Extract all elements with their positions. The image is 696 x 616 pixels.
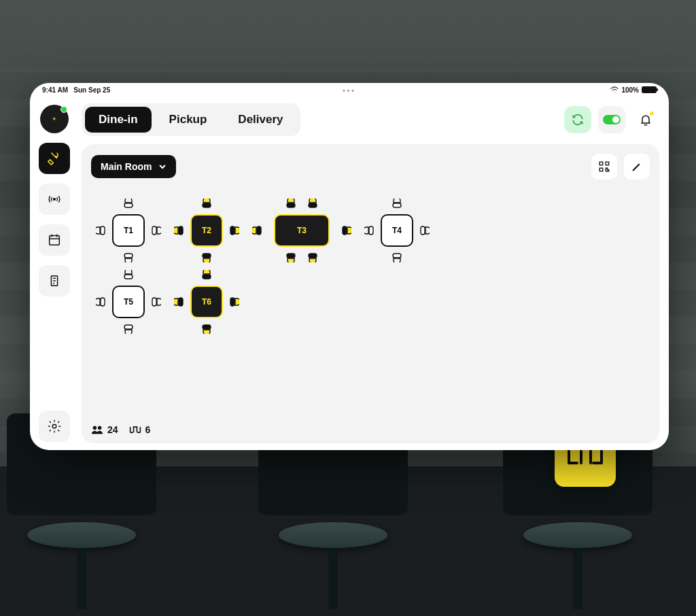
gear-icon <box>47 419 62 434</box>
table-slot-t5: T5 <box>91 264 166 339</box>
chair-icon <box>252 224 263 237</box>
svg-rect-22 <box>393 254 401 258</box>
chair-icon <box>419 224 430 237</box>
battery-icon <box>642 86 657 93</box>
chair-icon <box>307 199 319 209</box>
svg-rect-14 <box>230 226 234 235</box>
chair-icon <box>122 199 135 209</box>
svg-rect-17 <box>257 226 261 235</box>
notification-dot-icon <box>650 112 654 116</box>
drag-handle-icon: ••• <box>343 87 356 95</box>
sidebar: ✦ <box>30 97 79 450</box>
chair-icon <box>285 199 297 209</box>
calendar-icon <box>47 233 62 247</box>
table-slot-t3: T3 <box>247 193 356 268</box>
chair-icon <box>150 296 161 308</box>
table-slot-t6: T6 <box>169 264 244 339</box>
floor-toolbar: Main Room <box>91 154 650 179</box>
chair-icon <box>150 224 161 237</box>
svg-rect-24 <box>421 226 425 235</box>
svg-point-33 <box>93 426 97 430</box>
tab-dine-in[interactable]: Dine-in <box>85 107 152 133</box>
guest-count-value: 24 <box>107 424 118 435</box>
order-type-tabs: Dine-in Pickup Delivery <box>82 103 300 136</box>
table-t6[interactable]: T6 <box>190 286 223 318</box>
nav-receipts[interactable] <box>39 265 70 296</box>
svg-rect-21 <box>393 203 401 207</box>
background-counter <box>0 466 696 616</box>
nav-live[interactable] <box>39 184 70 215</box>
svg-rect-5 <box>606 162 609 165</box>
availability-toggle[interactable] <box>598 106 625 133</box>
main-panel: Dine-in Pickup Delivery <box>79 97 669 450</box>
chair-icon <box>391 199 403 209</box>
svg-rect-7 <box>124 203 133 207</box>
chair-icon <box>201 323 213 334</box>
table-slot-t4: T4 <box>360 193 434 268</box>
table-t3[interactable]: T3 <box>274 214 330 247</box>
chair-icon <box>201 199 213 209</box>
tab-delivery[interactable]: Delivery <box>224 107 296 133</box>
svg-rect-10 <box>152 226 156 235</box>
room-selector[interactable]: Main Room <box>91 155 176 178</box>
signal-icon <box>47 192 62 207</box>
chair-icon <box>96 224 107 237</box>
chevron-down-icon <box>158 162 167 171</box>
notifications-button[interactable] <box>632 106 659 133</box>
svg-rect-13 <box>179 226 183 235</box>
floor-plan: Main Room T1T2 T3T4T5T6 <box>82 144 659 443</box>
chair-icon <box>285 252 297 262</box>
svg-rect-31 <box>179 298 183 306</box>
chair-icon <box>341 224 351 237</box>
chair-icon <box>201 270 213 281</box>
toggle-on-icon <box>603 115 621 124</box>
nav-calendar[interactable] <box>39 224 70 256</box>
table-t2[interactable]: T2 <box>190 214 223 247</box>
table-t4[interactable]: T4 <box>381 214 413 247</box>
svg-rect-29 <box>203 275 211 279</box>
tab-pickup[interactable]: Pickup <box>156 107 221 133</box>
qr-icon <box>598 160 610 173</box>
chair-icon <box>174 224 185 237</box>
status-left: 9:41 AM Sun Sep 25 <box>42 86 110 94</box>
svg-rect-27 <box>101 298 105 306</box>
pencil-icon <box>631 160 643 173</box>
svg-rect-6 <box>599 168 603 171</box>
status-time: 9:41 AM <box>42 86 68 94</box>
svg-rect-15 <box>287 203 295 207</box>
svg-rect-19 <box>309 203 317 207</box>
svg-point-3 <box>52 424 56 428</box>
chair-icon <box>122 252 135 262</box>
floor-canvas[interactable]: T1T2 T3T4T5T6 <box>91 179 650 398</box>
chair-icon <box>228 296 239 308</box>
svg-rect-28 <box>152 298 156 306</box>
svg-rect-1 <box>50 236 60 245</box>
svg-rect-4 <box>599 162 603 165</box>
table-count-value: 6 <box>145 424 151 435</box>
table-t5[interactable]: T5 <box>112 286 145 318</box>
tables-icon <box>129 425 141 434</box>
status-date: Sun Sep 25 <box>73 86 110 94</box>
chair-icon <box>96 296 107 308</box>
svg-rect-16 <box>287 254 295 258</box>
table-t1[interactable]: T1 <box>112 214 145 247</box>
wifi-icon <box>610 86 619 93</box>
chair-icon <box>122 270 135 281</box>
chair-icon <box>174 296 185 308</box>
people-icon <box>91 425 103 434</box>
chair-icon <box>122 323 135 334</box>
restaurant-avatar[interactable]: ✦ <box>40 105 69 133</box>
table-slot-t2: T2 <box>169 193 244 268</box>
svg-rect-20 <box>309 254 317 258</box>
qr-button[interactable] <box>591 154 617 179</box>
edit-layout-button[interactable] <box>624 154 650 179</box>
chair-icon <box>201 252 213 262</box>
nav-dine-in[interactable] <box>39 143 70 174</box>
svg-rect-11 <box>203 203 211 207</box>
floor-footer: 24 6 <box>91 424 150 435</box>
chair-icon <box>364 224 375 237</box>
top-bar: Dine-in Pickup Delivery <box>82 103 659 136</box>
nav-settings[interactable] <box>39 411 70 442</box>
svg-rect-9 <box>101 226 105 235</box>
refresh-button[interactable] <box>564 106 591 133</box>
